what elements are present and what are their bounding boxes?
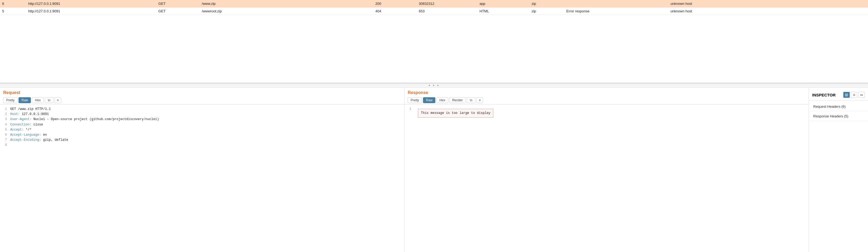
response-message: This message is too large to display: [418, 109, 493, 118]
request-code-line: 2Host: 127.0.0.1:9091: [3, 112, 401, 117]
request-tab-hex[interactable]: Hex: [32, 97, 43, 103]
request-tab-newline[interactable]: \n: [45, 97, 54, 103]
inspector-item[interactable]: Response Headers (5): [809, 111, 868, 121]
response-tab-menu[interactable]: ≡: [476, 97, 483, 103]
request-tab-pretty[interactable]: Pretty: [3, 97, 18, 103]
response-tab-bar: Pretty Raw Hex Render \n ≡: [404, 96, 809, 105]
requests-table-area: 6http://127.0.0.1:9091GET/www.zip2003083…: [0, 0, 868, 83]
inspector-top-bar: INSPECTOR ⊞ ≡ ▪▪: [809, 90, 868, 101]
response-tab-pretty[interactable]: Pretty: [408, 97, 422, 103]
request-code-line: 8: [3, 143, 401, 148]
response-tab-hex[interactable]: Hex: [436, 97, 448, 103]
request-title: Request: [0, 88, 404, 96]
response-panel: Response Pretty Raw Hex Render \n ≡ 1 Th…: [404, 88, 809, 252]
table-row[interactable]: 5http://127.0.0.1:9091GET/wwwroot.zip404…: [0, 7, 868, 15]
request-code-line: 5Accept: */*: [3, 127, 401, 133]
response-tab-newline[interactable]: \n: [467, 97, 475, 103]
resize-dots: • • •: [429, 83, 440, 88]
request-code-area: 1GET /www.zip HTTP/1.12Host: 127.0.0.1:9…: [0, 105, 404, 252]
table-row[interactable]: 6http://127.0.0.1:9091GET/www.zip2003083…: [0, 0, 868, 7]
request-code-line: 7Accept-Encoding: gzip, deflate: [3, 138, 401, 143]
inspector-view-grid[interactable]: ⊞: [843, 92, 850, 98]
response-line-1: 1 This message is too large to display: [408, 107, 805, 120]
request-code-line: 4Connection: close: [3, 122, 401, 127]
response-tab-render[interactable]: Render: [449, 97, 466, 103]
request-code-line: 6Accept-Language: en: [3, 133, 401, 138]
request-tab-menu[interactable]: ≡: [55, 97, 61, 103]
request-panel: Request Pretty Raw Hex \n ≡ 1GET /www.zi…: [0, 88, 404, 252]
request-code-line: 1GET /www.zip HTTP/1.1: [3, 107, 401, 112]
response-tab-raw[interactable]: Raw: [423, 97, 435, 103]
inspector-view-buttons: ⊞ ≡ ▪▪: [843, 92, 865, 98]
requests-table: 6http://127.0.0.1:9091GET/www.zip2003083…: [0, 0, 868, 15]
resize-handle[interactable]: • • •: [0, 83, 868, 88]
response-code-area: 1 This message is too large to display: [404, 105, 809, 252]
request-code-line: 3User-Agent: Nuclei - Open-source projec…: [3, 117, 401, 122]
inspector-view-list[interactable]: ≡: [851, 92, 857, 98]
request-tab-bar: Pretty Raw Hex \n ≡: [0, 96, 404, 105]
inspector-panel: INSPECTOR ⊞ ≡ ▪▪ Request Headers (6)Resp…: [809, 88, 868, 252]
inspector-view-compact[interactable]: ▪▪: [858, 92, 865, 98]
inspector-title: INSPECTOR: [812, 93, 842, 97]
inspector-items-list: Request Headers (6)Response Headers (5): [809, 102, 868, 121]
inspector-item[interactable]: Request Headers (6): [809, 102, 868, 111]
response-line-num: 1: [408, 107, 411, 120]
bottom-panel: Request Pretty Raw Hex \n ≡ 1GET /www.zi…: [0, 88, 868, 252]
response-title: Response: [404, 88, 809, 96]
request-tab-raw[interactable]: Raw: [19, 97, 31, 103]
